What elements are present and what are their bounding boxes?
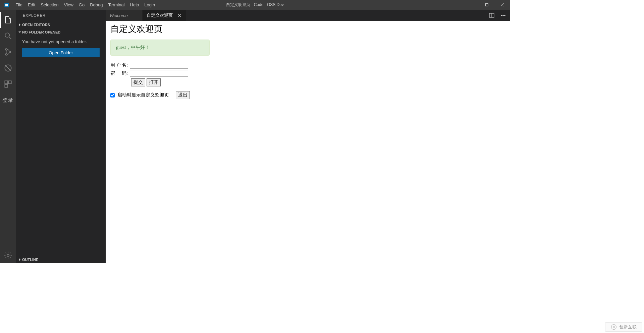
password-input[interactable] <box>130 70 188 77</box>
activity-login[interactable]: 登录 <box>0 92 16 108</box>
logout-button[interactable]: 退出 <box>176 91 190 99</box>
chevron-down-icon <box>17 31 22 34</box>
tab-welcome[interactable]: Welcome <box>106 10 143 21</box>
menu-help[interactable]: Help <box>127 0 142 10</box>
greeting-box: guest，中午好！ <box>110 40 210 56</box>
section-open-editors-label: OPEN EDITORS <box>22 23 50 27</box>
chevron-right-icon <box>17 23 22 26</box>
menu-selection[interactable]: Selection <box>38 0 61 10</box>
activity-settings[interactable] <box>0 247 16 263</box>
menu-terminal[interactable]: Terminal <box>105 0 127 10</box>
open-button[interactable]: 打开 <box>147 78 161 86</box>
svg-rect-2 <box>485 4 488 6</box>
menu-bar: File Edit Selection View Go Debug Termin… <box>13 0 158 10</box>
activity-bar: 登录 <box>0 10 16 263</box>
svg-point-19 <box>501 15 502 16</box>
tab-bar: Welcome 自定义欢迎页 <box>106 10 510 21</box>
svg-point-8 <box>5 54 7 55</box>
section-open-editors[interactable]: OPEN EDITORS <box>16 21 106 28</box>
svg-point-14 <box>7 254 9 257</box>
close-button[interactable] <box>494 0 510 10</box>
menu-file[interactable]: File <box>13 0 25 10</box>
password-label: 密 码 <box>110 70 126 76</box>
section-no-folder[interactable]: NO FOLDER OPENED <box>16 28 106 36</box>
minimize-button[interactable] <box>464 0 479 10</box>
sidebar-title: EXPLORER <box>16 10 106 21</box>
no-folder-message: You have not yet opened a folder. <box>16 36 106 47</box>
menu-debug[interactable]: Debug <box>87 0 105 10</box>
editor-content: 自定义欢迎页 guest，中午好！ 用户名 : 密 码 : 提交 打开 <box>106 21 510 263</box>
svg-rect-13 <box>5 84 8 87</box>
menu-login[interactable]: Login <box>142 0 158 10</box>
svg-point-21 <box>504 15 505 16</box>
sidebar-explorer: EXPLORER OPEN EDITORS NO FOLDER OPENED Y… <box>16 10 106 263</box>
svg-point-9 <box>9 51 11 53</box>
svg-rect-11 <box>5 81 8 84</box>
menu-go[interactable]: Go <box>76 0 87 10</box>
chevron-right-icon <box>17 258 22 261</box>
close-icon[interactable] <box>177 13 182 18</box>
split-editor-icon[interactable] <box>487 11 496 20</box>
activity-search[interactable] <box>0 28 16 44</box>
tab-welcome-label: Welcome <box>110 13 128 18</box>
svg-line-6 <box>9 37 11 39</box>
app-icon <box>2 2 11 8</box>
svg-rect-12 <box>8 81 11 84</box>
section-no-folder-label: NO FOLDER OPENED <box>22 30 60 34</box>
menu-edit[interactable]: Edit <box>25 0 38 10</box>
login-form: 用户名 : 密 码 : 提交 打开 <box>110 62 510 86</box>
activity-explorer[interactable] <box>0 12 16 28</box>
svg-point-5 <box>5 33 9 37</box>
menu-view[interactable]: View <box>61 0 76 10</box>
more-icon[interactable] <box>498 11 508 20</box>
tab-custom-welcome[interactable]: 自定义欢迎页 <box>143 10 186 21</box>
show-on-start-label: 启动时显示自定义欢迎页 <box>117 92 169 98</box>
svg-point-7 <box>5 49 7 50</box>
username-label: 用户名 <box>110 62 126 68</box>
activity-extensions[interactable] <box>0 76 16 92</box>
username-input[interactable] <box>130 62 188 69</box>
section-outline[interactable]: OUTLINE <box>16 256 106 263</box>
maximize-button[interactable] <box>479 0 494 10</box>
open-folder-button[interactable]: Open Folder <box>22 48 100 57</box>
activity-scm[interactable] <box>0 44 16 60</box>
activity-debug[interactable] <box>0 60 16 76</box>
show-on-start-checkbox[interactable] <box>110 93 115 97</box>
submit-button[interactable]: 提交 <box>131 78 145 86</box>
tab-custom-welcome-label: 自定义欢迎页 <box>147 12 173 18</box>
section-outline-label: OUTLINE <box>22 258 38 262</box>
title-bar: File Edit Selection View Go Debug Termin… <box>0 0 510 10</box>
page-title: 自定义欢迎页 <box>110 23 510 35</box>
svg-point-20 <box>503 15 504 16</box>
colon: : <box>126 71 130 76</box>
window-title: 自定义欢迎页 - Code - OSS Dev <box>226 2 284 8</box>
colon: : <box>126 63 130 68</box>
window-controls <box>464 0 510 10</box>
editor-area: Welcome 自定义欢迎页 自定义欢迎页 guest，中午好！ 用户名 : <box>106 10 510 263</box>
